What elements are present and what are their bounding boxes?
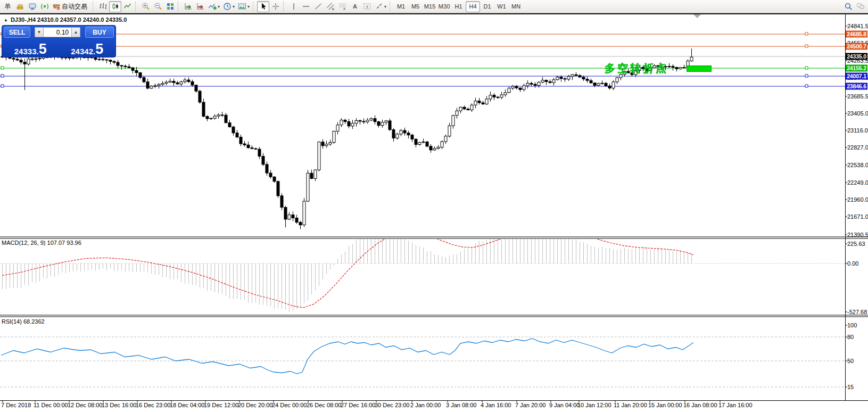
svg-text:A: A xyxy=(353,3,357,10)
macd-pane[interactable] xyxy=(0,239,845,315)
chat-icon xyxy=(856,2,865,11)
channel-icon: E xyxy=(326,2,335,11)
line-chart-icon xyxy=(123,2,132,11)
auto-scroll-button[interactable] xyxy=(182,1,194,12)
search-icon xyxy=(844,2,853,11)
fibonacci-icon: F xyxy=(338,2,347,11)
buy-price-big-digit: 5 xyxy=(95,43,103,55)
sell-button[interactable]: SELL xyxy=(4,27,30,38)
svg-text:F: F xyxy=(343,7,345,11)
timeframe-M1[interactable]: M1 xyxy=(394,1,408,12)
signal-icon xyxy=(40,2,49,11)
toolbar-separator xyxy=(178,2,180,11)
auto-scroll-icon xyxy=(184,2,193,11)
dropdown-arrow-icon: ▾ xyxy=(384,4,386,9)
one-click-trade-panel: SELL ▼ 0.10 ▲ BUY 24333. 5 24342. 5 xyxy=(2,25,116,57)
sell-price-main: 24333. xyxy=(14,47,39,55)
dropdown-arrow-icon: ▾ xyxy=(218,4,220,9)
timeframe-H1[interactable]: H1 xyxy=(451,1,466,12)
auto-trading-icon xyxy=(52,2,61,11)
toolbar-separator xyxy=(390,2,392,11)
timeframe-MN[interactable]: MN xyxy=(509,1,523,12)
svg-text:E: E xyxy=(332,7,334,11)
zoom-out-button[interactable] xyxy=(152,1,164,12)
cursor-button[interactable] xyxy=(257,1,269,12)
svg-text:T: T xyxy=(366,5,368,10)
candlestick-chart-button[interactable] xyxy=(109,1,121,12)
chart-title-text: DJ30-,H4 24310.0 24357.0 24240.0 24335.0 xyxy=(11,17,127,23)
collapse-panel-icon[interactable]: ▲ xyxy=(4,18,8,22)
text-label-icon: T xyxy=(363,2,371,11)
new-order-label: 单 xyxy=(5,2,11,11)
time-axis[interactable] xyxy=(0,400,868,410)
terminal-icon xyxy=(28,2,37,11)
text-icon: A xyxy=(351,2,359,11)
crosshair-icon xyxy=(271,2,280,11)
chart-main-pane[interactable] xyxy=(0,14,845,237)
vertical-line-button[interactable] xyxy=(287,1,300,12)
volume-field[interactable]: 0.10 xyxy=(44,27,71,37)
zoom-out-icon xyxy=(154,2,162,11)
chart-shift-button[interactable] xyxy=(194,1,206,12)
add-indicator-icon xyxy=(208,2,217,11)
chat-button[interactable] xyxy=(854,1,866,12)
zoom-in-icon xyxy=(142,2,150,11)
timeframe-M15[interactable]: M15 xyxy=(423,1,437,12)
timeframe-M30[interactable]: M30 xyxy=(437,1,451,12)
timeframe-group: M1M5M15M30H1H4D1W1MN xyxy=(394,1,523,12)
crosshair-button[interactable] xyxy=(269,1,282,12)
cursor-icon xyxy=(259,2,268,11)
toolbar-separator xyxy=(93,2,95,11)
buy-price[interactable]: 24342. 5 xyxy=(59,38,116,57)
dropdown-arrow-icon: ▾ xyxy=(233,4,235,9)
timeframe-D1[interactable]: D1 xyxy=(480,1,494,12)
volume-down-button[interactable]: ▼ xyxy=(35,27,44,37)
add-indicator-button[interactable]: ▾ xyxy=(206,1,221,12)
tile-windows-icon xyxy=(166,2,175,11)
vertical-line-icon xyxy=(290,2,298,11)
text-label-button[interactable]: T xyxy=(361,1,373,12)
gold-icon xyxy=(16,2,24,11)
rsi-pane[interactable] xyxy=(0,317,845,400)
candlestick-chart-icon xyxy=(111,2,120,11)
tile-windows-button[interactable] xyxy=(164,1,176,12)
fibonacci-button[interactable]: F xyxy=(336,1,349,12)
terminal-button[interactable] xyxy=(26,1,38,12)
horizontal-line-icon xyxy=(302,2,310,11)
dropdown-arrow-icon: ▾ xyxy=(247,4,250,9)
new-order-button[interactable]: 单 xyxy=(2,1,14,12)
arrows-icon xyxy=(375,2,383,11)
price-axis[interactable] xyxy=(845,14,868,400)
sell-price[interactable]: 24333. 5 xyxy=(2,38,59,57)
auto-trading-label: 自动交易 xyxy=(62,2,87,11)
chart-shift-icon xyxy=(196,2,205,11)
horizontal-line-button[interactable] xyxy=(300,1,312,12)
pane-divider-rsi[interactable] xyxy=(0,315,868,318)
bar-chart-button[interactable] xyxy=(97,1,109,12)
auto-trading-button[interactable]: 自动交易 xyxy=(51,1,91,12)
arrows-button[interactable]: ▾ xyxy=(373,1,388,12)
sell-price-big-digit: 5 xyxy=(39,43,47,55)
timeframe-M5[interactable]: M5 xyxy=(408,1,423,12)
trendline-icon xyxy=(314,2,323,11)
buy-button[interactable]: BUY xyxy=(85,27,114,38)
volume-up-button[interactable]: ▲ xyxy=(71,27,80,37)
pane-divider-macd[interactable] xyxy=(0,236,868,240)
buy-price-main: 24342. xyxy=(71,47,95,55)
search-button[interactable] xyxy=(842,1,854,12)
toolbar-separator xyxy=(253,2,255,11)
text-button[interactable]: A xyxy=(349,1,361,12)
line-chart-button[interactable] xyxy=(121,1,134,12)
periods-button[interactable]: ▾ xyxy=(221,1,236,12)
zoom-in-button[interactable] xyxy=(139,1,152,12)
gold-button[interactable] xyxy=(14,1,26,12)
signal-button[interactable] xyxy=(38,1,51,12)
bar-chart-icon xyxy=(99,2,108,11)
trendline-button[interactable] xyxy=(312,1,324,12)
timeframe-W1[interactable]: W1 xyxy=(494,1,509,12)
timeframe-H4[interactable]: H4 xyxy=(466,1,480,12)
chart-title: ▲ DJ30-,H4 24310.0 24357.0 24240.0 24335… xyxy=(4,17,127,23)
periods-icon xyxy=(223,2,232,11)
template-button[interactable]: ▾ xyxy=(236,1,251,12)
channel-button[interactable]: E xyxy=(324,1,336,12)
